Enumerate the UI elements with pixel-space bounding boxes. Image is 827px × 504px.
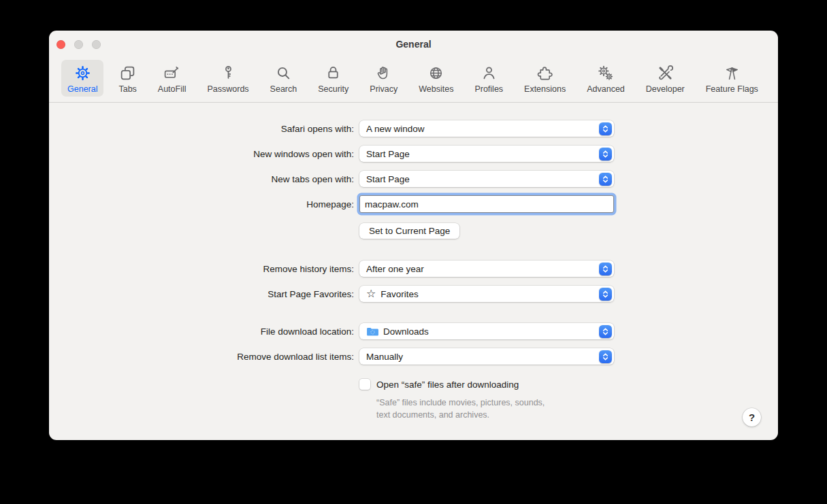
safari-opens-with-select[interactable]: A new window xyxy=(359,120,614,137)
tab-label: Developer xyxy=(646,84,685,94)
safe-files-note: “Safe” files include movies, pictures, s… xyxy=(359,397,545,421)
remove-download-list-items-select[interactable]: Manually xyxy=(359,348,614,365)
tab-autofill[interactable]: AutoFill xyxy=(152,60,193,97)
hand-icon xyxy=(375,64,392,82)
tab-label: AutoFill xyxy=(158,84,187,94)
tab-websites[interactable]: Websites xyxy=(412,60,459,97)
tab-label: Profiles xyxy=(474,84,503,94)
selected-value: Manually xyxy=(366,352,403,362)
chevron-up-down-icon xyxy=(599,148,612,161)
tab-developer[interactable]: Developer xyxy=(640,60,691,97)
tab-label: Search xyxy=(270,84,297,94)
selected-value: Favorites xyxy=(380,289,419,299)
tab-feature-flags[interactable]: Feature Flags xyxy=(700,60,764,97)
person-icon xyxy=(481,64,498,82)
tab-label: Extensions xyxy=(524,84,566,94)
globe-icon xyxy=(427,64,444,82)
start-page-favorites-select[interactable]: ☆ Favorites xyxy=(359,286,614,302)
help-button[interactable]: ? xyxy=(743,408,761,426)
chevron-up-down-icon xyxy=(599,263,612,275)
flags-icon xyxy=(723,64,741,82)
row-open-safe-files: Open “safe” files after downloading xyxy=(49,379,778,390)
row-remove-download-list: Remove download list items: Manually xyxy=(49,348,778,365)
tab-security[interactable]: Security xyxy=(312,60,355,97)
homepage-input[interactable] xyxy=(359,195,614,213)
tab-label: Passwords xyxy=(207,84,248,94)
chevron-up-down-icon xyxy=(599,350,612,363)
checkbox-label: Open “safe” files after downloading xyxy=(376,380,519,390)
tab-passwords[interactable]: Passwords xyxy=(201,60,255,97)
note-line-2: text documents, and archives. xyxy=(376,409,545,421)
puzzle-icon xyxy=(536,64,553,82)
tab-label: Feature Flags xyxy=(706,84,758,94)
tab-tabs[interactable]: Tabs xyxy=(112,60,142,97)
gear-icon xyxy=(74,64,91,82)
tab-search[interactable]: Search xyxy=(264,60,304,97)
row-file-download-location: File download location: Downloads xyxy=(49,323,778,339)
field-label: File download location: xyxy=(49,326,359,337)
general-pane: Safari opens with: A new window New wind… xyxy=(49,120,778,456)
open-safe-files-checkbox[interactable] xyxy=(359,379,370,390)
tab-label: Privacy xyxy=(370,84,398,94)
set-to-current-page-button[interactable]: Set to Current Page xyxy=(359,223,459,239)
tab-extensions[interactable]: Extensions xyxy=(518,60,572,97)
lock-icon xyxy=(325,64,342,82)
row-homepage: Homepage: xyxy=(49,195,778,213)
remove-history-items-select[interactable]: After one year xyxy=(359,261,614,277)
folder-icon xyxy=(366,326,379,337)
tabs-icon xyxy=(119,64,136,82)
tab-label: Websites xyxy=(419,84,453,94)
safari-settings-window: General General Ta xyxy=(49,31,778,440)
settings-toolbar: General Tabs AutoFill xyxy=(49,58,778,103)
search-icon xyxy=(275,64,292,82)
row-safe-files-note: “Safe” files include movies, pictures, s… xyxy=(49,397,778,421)
field-label: Homepage: xyxy=(49,199,359,209)
selected-value: After one year xyxy=(366,264,424,274)
chevron-up-down-icon xyxy=(599,288,612,301)
field-label: New tabs open with: xyxy=(49,174,359,184)
chevron-up-down-icon xyxy=(599,173,612,186)
row-new-tabs-open-with: New tabs open with: Start Page xyxy=(49,171,778,187)
tab-label: Security xyxy=(318,84,348,94)
field-label: Safari opens with: xyxy=(49,124,359,134)
tab-general[interactable]: General xyxy=(61,60,103,97)
selected-value: A new window xyxy=(366,124,425,134)
chevron-up-down-icon xyxy=(599,325,612,338)
row-new-windows-open-with: New windows open with: Start Page xyxy=(49,146,778,162)
selected-value: Start Page xyxy=(366,174,410,184)
title-bar[interactable]: General xyxy=(49,31,778,58)
selected-value: Start Page xyxy=(366,149,410,159)
autofill-icon xyxy=(163,64,180,82)
field-label: New windows open with: xyxy=(49,149,359,159)
tab-label: General xyxy=(67,84,97,94)
key-icon xyxy=(220,64,237,82)
tools-icon xyxy=(657,64,674,82)
gears-icon xyxy=(597,64,614,82)
tab-advanced[interactable]: Advanced xyxy=(581,60,631,97)
row-set-current-page: Set to Current Page xyxy=(49,223,778,239)
file-download-location-select[interactable]: Downloads xyxy=(359,323,614,339)
field-label: Remove history items: xyxy=(49,264,359,274)
tab-privacy[interactable]: Privacy xyxy=(363,60,404,97)
tab-profiles[interactable]: Profiles xyxy=(468,60,509,97)
field-label: Remove download list items: xyxy=(49,352,359,362)
new-tabs-open-with-select[interactable]: Start Page xyxy=(359,171,614,187)
tab-label: Tabs xyxy=(118,84,136,94)
star-icon: ☆ xyxy=(366,288,376,299)
tab-label: Advanced xyxy=(587,84,625,94)
window-title: General xyxy=(49,39,778,50)
row-start-page-favorites: Start Page Favorites: ☆ Favorites xyxy=(49,286,778,302)
chevron-up-down-icon xyxy=(599,122,612,135)
note-line-1: “Safe” files include movies, pictures, s… xyxy=(376,397,545,409)
selected-value: Downloads xyxy=(383,326,429,337)
row-remove-history: Remove history items: After one year xyxy=(49,261,778,277)
field-label: Start Page Favorites: xyxy=(49,289,359,299)
new-windows-open-with-select[interactable]: Start Page xyxy=(359,146,614,162)
row-safari-opens-with: Safari opens with: A new window xyxy=(49,120,778,137)
